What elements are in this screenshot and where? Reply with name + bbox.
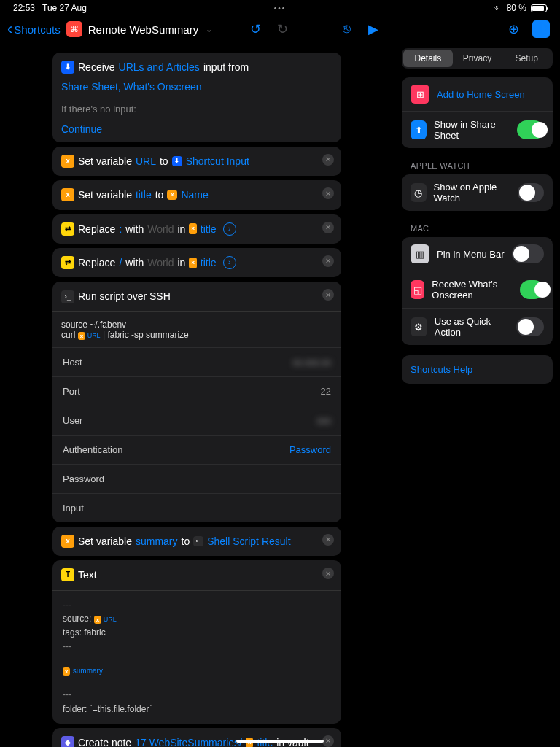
battery-pct: 80 % [507, 3, 526, 13]
toolbar: ‹ Shortcuts ⌘ Remote WebSummary ⌄ ↺ ↻ ⎋ … [0, 16, 560, 42]
details-sidebar: Details Privacy Setup ⊞ Add to Home Scre… [394, 42, 560, 747]
action-setvar-title[interactable]: ✕ x Set variable title to x Name [52, 180, 341, 209]
receive-mid: input from [203, 59, 249, 75]
receive-types[interactable]: URLs and Articles [119, 59, 200, 75]
status-bar: 22:53 Tue 27 Aug ••• ᯤ 80 % [0, 0, 560, 16]
variable-icon: x [61, 155, 74, 168]
row-whats-onscreen[interactable]: ◱ Receive What's Onscreen [402, 271, 553, 308]
action-setvar-summary[interactable]: ✕ x Set variable summary to ›_ Shell Scr… [52, 527, 341, 556]
ssh-script-body[interactable]: source ~/.fabenv curl x URL | fabric -sp… [52, 311, 341, 347]
close-icon[interactable]: ✕ [322, 534, 334, 546]
continue-option[interactable]: Continue [61, 123, 102, 135]
row-menubar[interactable]: ▥ Pin in Menu Bar [402, 237, 553, 271]
close-icon[interactable]: ✕ [322, 154, 334, 166]
add-action-button[interactable]: ⊕ [508, 21, 519, 37]
text-icon: T [61, 568, 74, 581]
shortcut-title[interactable]: Remote WebSummary [88, 23, 198, 36]
shortcut-icon: ⌘ [66, 21, 82, 37]
variable-icon: x [61, 535, 74, 548]
tab-privacy[interactable]: Privacy [453, 50, 502, 67]
magic-var-icon: ⬇ [172, 156, 182, 166]
row-apple-watch[interactable]: ◷ Show on Apple Watch [402, 174, 553, 211]
battery-icon [531, 4, 547, 12]
undo-button[interactable]: ↺ [250, 21, 261, 37]
ssh-port-row[interactable]: Port22 [52, 376, 341, 406]
shortcuts-help-button[interactable]: Shortcuts Help [402, 355, 553, 384]
wifi-icon: ᯤ [494, 3, 502, 13]
action-create-note[interactable]: ✕ ◆ Create note 17 WebSiteSummaries/xtit… [52, 728, 341, 747]
disclosure-icon[interactable]: › [223, 222, 236, 236]
multitask-dots[interactable]: ••• [274, 4, 287, 12]
row-add-homescreen[interactable]: ⊞ Add to Home Screen [402, 77, 553, 111]
var-token-icon: x [189, 258, 196, 268]
var-token-icon: x [167, 190, 177, 200]
var-token-icon: x [189, 223, 196, 234]
back-label: Shortcuts [14, 23, 60, 36]
tab-details[interactable]: Details [403, 50, 453, 67]
ssh-auth-row[interactable]: AuthenticationPassword [52, 435, 341, 464]
onscreen-icon: ◱ [411, 280, 424, 299]
panel-mac: ▥ Pin in Menu Bar ◱ Receive What's Onscr… [402, 237, 553, 345]
row-share-sheet[interactable]: ⬆ Show in Share Sheet [402, 111, 553, 148]
ssh-input-row[interactable]: Input [52, 493, 341, 522]
action-replace-2[interactable]: ✕ ⇄ Replace / with World in x title › [52, 248, 341, 277]
action-text[interactable]: ✕ T Text --- source: x URL tags: fabric … [52, 560, 341, 724]
toggle-watch[interactable] [518, 183, 544, 202]
gear-icon: ⚙ [411, 317, 427, 336]
panel-watch: ◷ Show on Apple Watch [402, 174, 553, 211]
toggle-quick-action[interactable] [516, 317, 544, 336]
hdr-applewatch: Apple Watch [402, 158, 553, 174]
terminal-icon: ›_ [193, 536, 203, 546]
tab-setup[interactable]: Setup [502, 50, 551, 67]
obsidian-icon: ◆ [61, 736, 74, 747]
close-icon[interactable]: ✕ [322, 255, 334, 267]
editor-canvas[interactable]: ⬇ Receive URLs and Articles input from S… [0, 42, 394, 747]
toggle-onscreen[interactable] [520, 280, 544, 299]
play-button[interactable]: ▶ [368, 21, 378, 37]
action-ssh[interactable]: ✕ ›_ Run script over SSH source ~/.faben… [52, 282, 341, 522]
action-receive[interactable]: ⬇ Receive URLs and Articles input from S… [52, 53, 341, 142]
redo-button: ↻ [277, 21, 288, 37]
sidebar-tabs[interactable]: Details Privacy Setup [402, 48, 553, 69]
watch-icon: ◷ [411, 183, 427, 202]
toggle-menubar[interactable] [512, 244, 544, 263]
replace-icon: ⇄ [61, 222, 74, 236]
ssh-user-row[interactable]: Userxxx [52, 406, 341, 435]
terminal-icon: ›_ [61, 290, 74, 303]
replace-icon: ⇄ [61, 256, 74, 269]
share-button[interactable]: ⎋ [343, 21, 351, 37]
title-dropdown-icon[interactable]: ⌄ [206, 25, 212, 34]
ssh-host-row[interactable]: Hostxx.xxx.xx [52, 347, 341, 376]
home-indicator[interactable] [236, 740, 324, 743]
info-button[interactable]: ⓘ [532, 20, 550, 38]
homescreen-icon: ⊞ [411, 85, 429, 104]
close-icon[interactable]: ✕ [322, 568, 334, 579]
status-date: Tue 27 Aug [42, 3, 87, 13]
ssh-pwd-row[interactable]: Password [52, 464, 341, 493]
hdr-mac: Mac [402, 221, 553, 237]
receive-source[interactable]: Share Sheet, What's Onscreen [61, 79, 202, 95]
input-icon: ⬇ [61, 61, 74, 74]
menubar-icon: ▥ [411, 244, 429, 263]
status-time: 22:53 [13, 3, 35, 13]
action-setvar-url[interactable]: ✕ x Set variable URL to ⬇ Shortcut Input [52, 147, 341, 176]
text-body[interactable]: --- source: x URL tags: fabric --- x sum… [52, 590, 341, 724]
action-replace-1[interactable]: ✕ ⇄ Replace : with World in x title › [52, 214, 341, 244]
row-quick-action[interactable]: ⚙ Use as Quick Action [402, 308, 553, 345]
toggle-share-sheet[interactable] [517, 120, 544, 139]
share-icon: ⬆ [411, 120, 427, 139]
receive-label: Receive [78, 59, 115, 75]
panel-general: ⊞ Add to Home Screen ⬆ Show in Share She… [402, 77, 553, 148]
variable-icon: x [61, 188, 74, 201]
close-icon[interactable]: ✕ [322, 222, 334, 233]
back-button[interactable]: ‹ Shortcuts [7, 23, 61, 36]
close-icon[interactable]: ✕ [322, 735, 334, 747]
disclosure-icon[interactable]: › [223, 256, 236, 269]
noinput-label: If there's no input: [52, 102, 341, 122]
